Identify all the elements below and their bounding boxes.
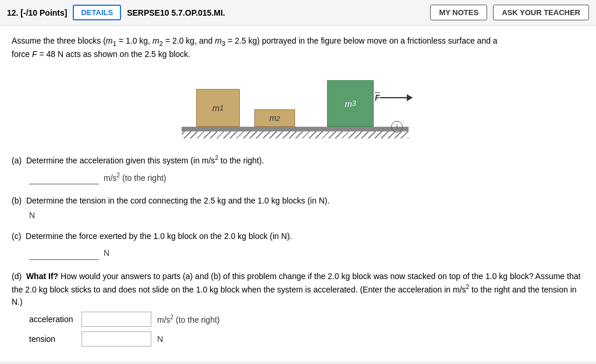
part-b-unit: N: [29, 210, 35, 220]
part-d-rows: acceleration m/s2 (to the right) tension…: [29, 312, 584, 347]
part-d-tension-unit: N: [157, 334, 163, 344]
page-container: 12. [-/10 Points] DETAILS SERPSE10 5.7.O…: [0, 0, 596, 362]
part-b-letter: (b): [12, 196, 22, 205]
diagram-container: m1 m2 m3 F i: [12, 67, 584, 143]
part-d-tension-input[interactable]: [81, 331, 151, 347]
accel-label: acceleration: [29, 315, 76, 324]
part-d-question: (d) What If? How would your answers to p…: [12, 270, 584, 308]
arrow-line: [380, 97, 412, 98]
part-a-answer-row: m/s2 (to the right): [29, 170, 584, 184]
ask-teacher-button[interactable]: ASK YOUR TEACHER: [493, 5, 589, 20]
floor-hatch: [182, 131, 409, 138]
force-arrow: F: [375, 93, 412, 102]
content-area: Assume the three blocks (m1 = 1.0 kg, m2…: [0, 26, 596, 362]
part-b-question: (b) Determine the tension in the cord co…: [12, 195, 584, 207]
part-b: (b) Determine the tension in the cord co…: [12, 195, 584, 220]
parts-section: (a) Determine the acceleration given thi…: [12, 154, 584, 346]
part-c-letter: (c): [12, 231, 21, 241]
part-c-question: (c) Determine the force exerted by the 1…: [12, 230, 584, 242]
floor: [182, 127, 409, 131]
force-label: F: [375, 93, 380, 102]
part-a-unit: m/s2 (to the right): [104, 172, 166, 183]
tension-label: tension: [29, 334, 76, 344]
part-c: (c) Determine the force exerted by the 1…: [12, 230, 584, 260]
problem-text: Assume the three blocks (m1 = 1.0 kg, m2…: [12, 35, 584, 60]
details-button[interactable]: DETAILS: [73, 5, 121, 20]
my-notes-button[interactable]: MY NOTES: [430, 5, 487, 20]
part-a-letter: (a): [12, 156, 22, 165]
part-d-accel-input[interactable]: [81, 312, 151, 327]
question-id: SERPSE10 5.7.OP.015.MI.: [127, 8, 424, 17]
part-c-answer-row: N: [29, 246, 584, 260]
question-number: 12. [-/10 Points]: [7, 8, 67, 17]
part-c-unit: N: [104, 248, 109, 258]
part-d-tension-row: tension N: [29, 331, 584, 347]
part-a: (a) Determine the acceleration given thi…: [12, 154, 584, 184]
diagram: m1 m2 m3 F i: [164, 67, 432, 143]
top-bar: 12. [-/10 Points] DETAILS SERPSE10 5.7.O…: [0, 0, 596, 26]
part-d: (d) What If? How would your answers to p…: [12, 270, 584, 347]
part-a-question: (a) Determine the acceleration given thi…: [12, 154, 584, 167]
part-d-accel-unit: m/s2 (to the right): [157, 314, 220, 324]
part-c-input[interactable]: [29, 246, 99, 260]
what-if-label: What If?: [26, 272, 58, 281]
part-d-letter: (d): [12, 272, 22, 281]
block-m2-label: m2: [254, 109, 295, 127]
block-m1-label: m1: [196, 89, 240, 127]
part-b-answer-row: N: [29, 210, 584, 220]
block-m3-label: m3: [327, 80, 374, 127]
part-a-input[interactable]: [29, 170, 99, 184]
part-d-accel-row: acceleration m/s2 (to the right): [29, 312, 584, 327]
